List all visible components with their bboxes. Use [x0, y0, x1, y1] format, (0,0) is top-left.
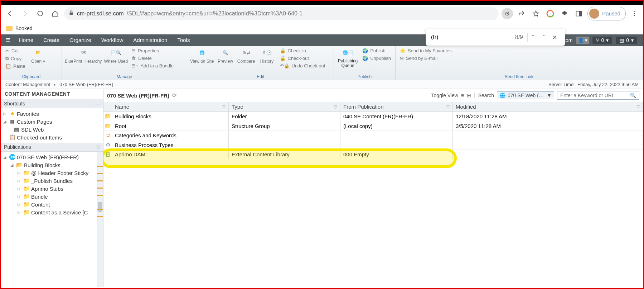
add-bundle-button[interactable]: ☰+Add to a Bundle — [130, 62, 175, 69]
url-host: cm-prd.sdl.se.com — [77, 10, 124, 17]
search-box[interactable]: 🔍 — [557, 91, 639, 100]
user-icon[interactable]: 👤 ▾ — [576, 37, 589, 44]
find-prev-button[interactable]: ˄ — [528, 34, 538, 41]
send-favorites-button[interactable]: ⭐Send to My Favorites — [398, 47, 453, 54]
paste-button[interactable]: 📋Paste — [4, 63, 26, 70]
favorites-icon: ⭐ — [400, 48, 406, 53]
search-input[interactable] — [560, 93, 628, 98]
kebab-menu-icon[interactable] — [629, 8, 640, 19]
search-icon[interactable]: 🔍 — [630, 93, 636, 98]
unpublish-button[interactable]: 🌍Unpublish — [361, 55, 392, 62]
lock-icon — [68, 10, 74, 17]
magnify-icon: 🔍 — [219, 47, 232, 58]
history-button[interactable]: 🗎🕑History — [258, 47, 276, 64]
filter-icon[interactable]: ▽ — [636, 104, 640, 109]
collapse-icon[interactable]: — — [95, 101, 100, 106]
breadcrumb: Content Management ▸ 070 SE Web (FR)(FR-… — [5, 82, 113, 87]
undocheckout-button[interactable]: ↶🔒Undo Check-out — [279, 62, 327, 69]
list-view-icon[interactable]: ≡ — [461, 93, 464, 98]
delete-button[interactable]: 🗑Delete — [130, 55, 175, 62]
col-modified[interactable]: Modified▽ — [453, 102, 643, 111]
folder-icon: 📁 — [23, 170, 30, 176]
open-button[interactable]: 📂Open ▾ — [29, 47, 47, 64]
filter-icon[interactable]: ▽ — [222, 104, 226, 109]
address-bar[interactable]: cm-prd.sdl.se.com/SDL/#app=wcm&entry=cme… — [64, 7, 499, 20]
properties-button[interactable]: ☰Properties — [130, 47, 175, 54]
hamburger-icon[interactable]: ☰ — [1, 37, 14, 43]
publications-header[interactable]: Publications▽ — [1, 143, 103, 152]
copy-button[interactable]: ⧉Copy — [4, 55, 26, 62]
find-close-button[interactable]: ✕ — [549, 34, 560, 41]
menu-home[interactable]: Home — [14, 34, 38, 46]
share-icon[interactable] — [516, 8, 527, 19]
bookmark-star-icon[interactable] — [530, 8, 542, 19]
menu-administration[interactable]: Administration — [128, 34, 172, 46]
tree-item[interactable]: ▷📁Aprimo Stubs — [1, 185, 103, 193]
compare-button[interactable]: 🗎⇄Compare — [237, 47, 256, 64]
doc-counter[interactable]: ▤ 0 ▾ — [616, 37, 637, 44]
profile-paused-pill[interactable]: Paused — [587, 7, 626, 20]
refresh-icon[interactable]: ⟳ — [172, 92, 177, 99]
group-send-label: Send Item Link — [398, 74, 640, 79]
shortcut-custompages[interactable]: ◢▦Custom Pages — [1, 118, 103, 125]
grid-view-icon[interactable]: ⊞ — [467, 93, 471, 98]
shortcut-checkedout[interactable]: 📋Checked-out Items — [1, 133, 103, 141]
filter-icon[interactable]: ▽ — [96, 144, 100, 150]
categories-icon: 🗂 — [103, 131, 112, 140]
filter-icon[interactable]: ▽ — [334, 104, 337, 109]
shortcut-favorites[interactable]: ▷★Favorites — [1, 110, 103, 118]
reload-button[interactable] — [34, 8, 46, 20]
pub-root[interactable]: ◢🌐070 SE Web (FR)(FR-FR) — [1, 153, 103, 161]
table-row-highlighted[interactable]: 🗄 Aprimo DAM External Content Library 00… — [103, 150, 643, 159]
col-name[interactable]: Name▽ — [112, 102, 229, 111]
whereused-button[interactable]: 📄🔍Where Used — [104, 47, 128, 64]
table-row[interactable]: 📁 Root Structure Group (Local copy) 3/5/… — [103, 121, 643, 131]
tree-item[interactable]: ▷📁@ Header Footer Sticky — [1, 169, 103, 177]
listing-grid: Name▽ Type▽ From Publication▽ Modified▽ … — [103, 102, 643, 159]
ext-circle-icon[interactable] — [544, 8, 556, 19]
search-scope-select[interactable]: 🌐070 SE Web (FR...▼ — [497, 91, 554, 99]
forward-button[interactable] — [19, 8, 31, 20]
menu-tools[interactable]: Tools — [172, 34, 195, 46]
tree-item[interactable]: ▷📁Bundle — [1, 193, 103, 200]
sidepanel-icon[interactable] — [573, 8, 585, 19]
tree-building-blocks[interactable]: ◢📂Building Blocks — [1, 161, 103, 169]
extensions-icon[interactable] — [559, 8, 570, 19]
history-icon: 🗎🕑 — [261, 47, 273, 58]
checkin-button[interactable]: 🔒Check-in — [279, 47, 327, 54]
col-type[interactable]: Type▽ — [229, 102, 340, 111]
lens-ext-icon[interactable] — [502, 8, 513, 19]
filter-icon[interactable]: ▽ — [446, 104, 450, 109]
blueprint-button[interactable]: 🗺BluePrint Hierarchy — [65, 47, 102, 64]
branch-counter[interactable]: ⑂ 0 ▾ — [592, 37, 612, 44]
viewonsite-button[interactable]: 🌐View on Site — [190, 47, 214, 64]
folder-icon: 📁 — [23, 209, 30, 215]
find-input[interactable] — [431, 34, 511, 41]
preview-button[interactable]: 🔍Preview — [216, 47, 235, 64]
find-next-button[interactable]: ˅ — [538, 34, 549, 41]
pubqueue-button[interactable]: 🌐📄Publishing Queue — [337, 47, 359, 68]
tree-item[interactable]: ▷📁Content — [1, 200, 103, 208]
tree-item[interactable]: ▷📁_Publish Bundles — [1, 177, 103, 185]
publish-button[interactable]: 🌍Publish — [361, 47, 392, 54]
menu-create[interactable]: Create — [38, 34, 64, 46]
breadcrumb-location[interactable]: 070 SE Web (FR)(FR-FR) — [59, 82, 113, 87]
tree-item[interactable]: ▷📁Content as a Service [C — [1, 208, 103, 216]
find-in-page: 8/9 ˄ ˅ ✕ — [426, 29, 565, 46]
breadcrumb-root[interactable]: Content Management — [5, 82, 50, 87]
home-button[interactable] — [49, 8, 61, 20]
col-from[interactable]: From Publication▽ — [340, 102, 453, 111]
back-button[interactable] — [4, 8, 16, 20]
send-email-button[interactable]: ✉Send by E-mail — [398, 55, 453, 62]
table-row[interactable]: 📁 Building Blocks Folder 040 SE Content … — [103, 112, 643, 121]
shortcuts-header[interactable]: Shortcuts— — [1, 99, 103, 108]
tree-scrollbar[interactable] — [97, 152, 103, 287]
table-row[interactable]: 🗂 Categories and Keywords — [103, 131, 643, 140]
checkout-button[interactable]: 🔓Check-out — [279, 55, 327, 62]
bookmark-item[interactable]: Booked — [15, 25, 32, 31]
table-row[interactable]: ⚙ Business Process Types — [103, 140, 643, 150]
menu-organize[interactable]: Organize — [64, 34, 96, 46]
shortcut-sdlweb[interactable]: ▦SDL Web — [1, 125, 103, 133]
svg-point-8 — [634, 13, 635, 14]
menu-workflow[interactable]: Workflow — [96, 34, 128, 46]
